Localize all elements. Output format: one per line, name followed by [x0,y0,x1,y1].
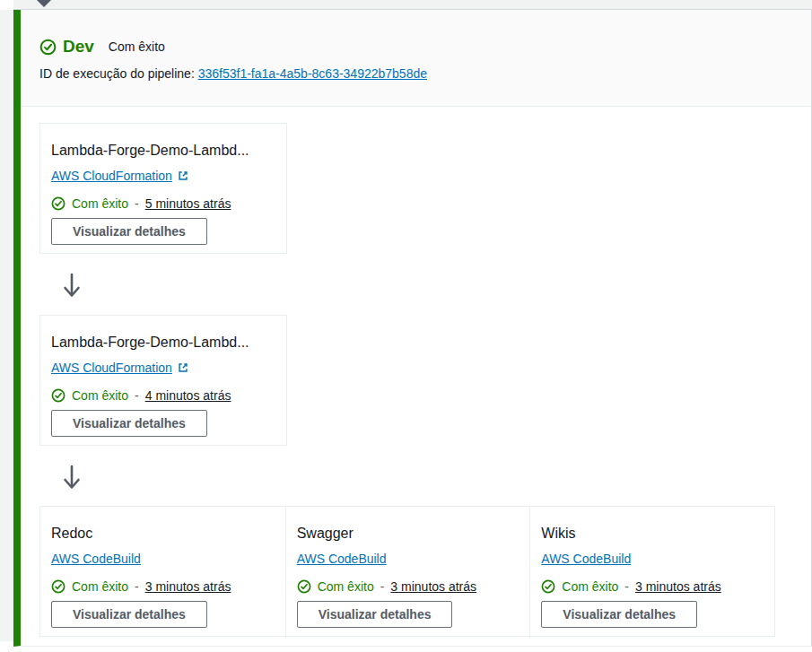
status-row: Com êxito - 3 minutos atrás [297,579,520,594]
provider-row: AWS CodeBuild [541,551,764,567]
view-details-button[interactable]: Visualizar detalhes [51,410,207,437]
status-separator: - [380,579,385,594]
stage-transition-arrow-icon [37,0,51,7]
page-background-strip [13,0,812,10]
status-row: Com êxito - 5 minutos atrás [51,196,275,211]
status-separator: - [624,579,629,594]
external-link-icon [177,361,189,374]
action-title: Swagger [297,525,520,543]
down-arrow-icon [62,465,82,491]
action-card-lambda-2: Lambda-Forge-Demo-Lambd... AWS CloudForm… [39,315,287,446]
provider-link-label: AWS CodeBuild [541,551,631,567]
parallel-actions-row: Redoc AWS CodeBuild Com êxito - 3 minuto… [39,506,775,637]
down-arrow-icon [62,273,82,300]
execution-id-label: ID de execução do pipeline: [39,66,195,81]
time-ago-link[interactable]: 3 minutos atrás [390,579,476,594]
status-separator: - [135,388,139,403]
external-link-icon [177,170,189,182]
status-separator: - [135,196,139,211]
status-label: Com êxito [72,579,128,594]
status-label: Com êxito [318,579,374,594]
provider-link-codebuild[interactable]: AWS CodeBuild [51,551,141,567]
view-details-button[interactable]: Visualizar detalhes [51,601,207,628]
success-icon [51,579,65,594]
provider-row: AWS CloudFormation [51,168,275,184]
status-row: Com êxito - 3 minutos atrás [51,579,275,594]
provider-link-label: AWS CodeBuild [51,551,141,567]
action-title: Lambda-Forge-Demo-Lambd... [51,334,275,352]
success-icon [541,579,555,594]
execution-id-link[interactable]: 336f53f1-fa1a-4a5b-8c63-34922b7b58de [198,66,427,81]
provider-row: AWS CodeBuild [51,551,275,567]
status-separator: - [135,579,139,594]
provider-link-codebuild[interactable]: AWS CodeBuild [297,551,387,567]
status-label: Com êxito [72,388,128,403]
provider-link-label: AWS CloudFormation [51,360,172,376]
stage-header: Dev Com êxito ID de execução do pipeline… [21,10,811,107]
provider-row: AWS CodeBuild [297,551,520,567]
action-card-wikis: Wikis AWS CodeBuild Com êxito - 3 minuto… [529,507,774,639]
action-title: Redoc [51,525,275,543]
stage-status: Com êxito [109,39,165,54]
action-card-lambda-1: Lambda-Forge-Demo-Lambd... AWS CloudForm… [39,123,287,254]
provider-link-cloudformation[interactable]: AWS CloudFormation [51,168,189,184]
provider-row: AWS CloudFormation [51,360,275,376]
action-title: Wikis [541,525,764,543]
execution-id-row: ID de execução do pipeline: 336f53f1-fa1… [39,66,427,81]
success-icon [51,388,65,403]
time-ago-link[interactable]: 4 minutos atrás [145,388,231,403]
action-card-swagger: Swagger AWS CodeBuild Com êxito - 3 minu… [285,507,530,639]
success-icon [51,196,65,211]
time-ago-link[interactable]: 3 minutos atrás [145,579,231,594]
success-icon [297,579,311,594]
view-details-button[interactable]: Visualizar detalhes [541,601,697,628]
action-card-redoc: Redoc AWS CodeBuild Com êxito - 3 minuto… [40,507,285,639]
stage-title-row: Dev Com êxito [39,37,165,57]
status-row: Com êxito - 4 minutos atrás [51,388,275,403]
status-label: Com êxito [562,579,618,594]
provider-link-cloudformation[interactable]: AWS CloudFormation [51,360,189,376]
action-title: Lambda-Forge-Demo-Lambd... [51,142,275,160]
provider-link-label: AWS CloudFormation [51,168,172,184]
view-details-button[interactable]: Visualizar detalhes [297,601,453,628]
status-label: Com êxito [72,196,128,211]
status-row: Com êxito - 3 minutos atrás [541,579,764,594]
pipeline-stage-view: Dev Com êxito ID de execução do pipeline… [0,0,812,652]
time-ago-link[interactable]: 3 minutos atrás [635,579,721,594]
provider-link-label: AWS CodeBuild [297,551,387,567]
page-left-gutter [0,10,13,641]
time-ago-link[interactable]: 5 minutos atrás [145,196,231,211]
provider-link-codebuild[interactable]: AWS CodeBuild [541,551,631,567]
stage-name: Dev [63,37,94,57]
view-details-button[interactable]: Visualizar detalhes [51,218,207,245]
success-icon [39,39,57,56]
stage-card-dev: Dev Com êxito ID de execução do pipeline… [13,10,812,647]
